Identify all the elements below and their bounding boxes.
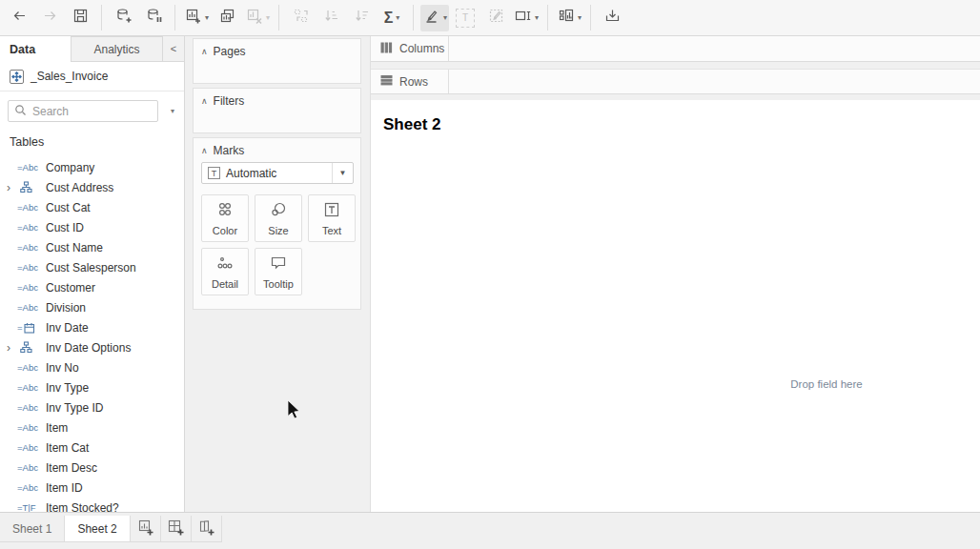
collapse-chevron-icon[interactable]: ∧ [201,96,208,106]
color-button[interactable]: Color [201,194,249,242]
fields-list: =Abc = Company = Cust Address =Abc = Cus… [0,157,183,512]
tab-analytics[interactable]: Analytics [71,36,163,62]
field-row[interactable]: =Abc = Cust Name [0,237,183,257]
field-name: Inv No [46,361,79,375]
size-label: Size [268,225,288,236]
field-name: Division [46,301,86,315]
mark-type-dropdown[interactable]: T Automatic ▼ [201,162,354,184]
tab-data[interactable]: Data [0,36,71,62]
tooltip-button[interactable]: Tooltip [255,248,302,295]
field-row[interactable]: =Abc = Inv Type ID [0,397,183,417]
field-type-text-icon: =Abc [17,242,46,253]
save-button[interactable] [66,5,94,31]
totals-button[interactable]: Σ▾ [378,5,406,31]
field-row[interactable]: =Abc = Item [0,417,183,437]
pause-auto-updates-icon [145,7,163,29]
field-row[interactable]: =Abc = Company [0,157,183,177]
text-button[interactable]: Text [308,194,356,242]
expander-icon[interactable] [7,342,17,354]
duplicate-icon [218,7,236,29]
sheet-title: Sheet 2 [383,115,440,134]
field-row[interactable]: = = Inv Date [0,317,183,337]
mark-type-caret-icon[interactable]: ▼ [332,163,353,183]
search-input-box[interactable] [8,100,158,122]
new-data-source-button[interactable] [109,5,137,31]
field-name: Cust Name [46,241,103,254]
search-input[interactable] [32,105,128,118]
field-name: Item Desc [46,461,97,475]
field-type-text-icon: =Abc [17,262,46,273]
rows-label: Rows [399,75,428,89]
field-row[interactable]: =Abc = Cust Salesperson [0,257,183,277]
field-row[interactable]: =Abc = Inv Type [0,377,183,397]
expander-icon[interactable] [7,182,17,193]
pages-shelf[interactable]: ∧Pages [193,38,361,84]
duplicate-button[interactable] [213,5,241,31]
field-name: Inv Date Options [46,341,131,355]
new-dashboard-tab-button[interactable] [161,516,192,541]
download-button[interactable] [598,5,626,31]
dropdown-caret-icon: ▾ [443,13,447,22]
rows-icon [380,74,393,89]
format-workbook-button[interactable] [481,5,510,31]
field-row[interactable]: =Abc = Cust Cat [0,197,183,217]
fit-button[interactable]: ▾ [512,5,541,31]
new-story-tab-button[interactable] [192,516,222,541]
tooltip-label: Tooltip [263,278,294,290]
field-row[interactable]: = Cust Address [0,177,183,197]
undo-button[interactable] [5,5,33,31]
field-name: Item Cat [46,441,89,455]
filters-label: Filters [214,94,245,108]
field-name: Inv Date [46,321,89,335]
clear-sheet-button[interactable]: ▾ [243,5,272,31]
field-row[interactable]: =Abc = Customer [0,277,183,297]
new-worksheet-tab-button[interactable] [131,516,161,541]
size-button[interactable]: Size [255,194,302,242]
collapse-chevron-icon[interactable]: ∧ [201,146,208,155]
tab-sheet-2[interactable]: Sheet 2 [65,516,130,541]
detail-label: Detail [212,278,238,290]
sheet-tabs: Sheet 1 Sheet 2 [0,516,222,542]
field-row[interactable]: =Abc = Inv No [0,357,183,377]
collapse-chevron-icon[interactable]: ∧ [201,47,208,56]
sort-descending-button[interactable] [347,5,376,31]
search-area: ▾ [8,100,176,122]
tooltip-icon [269,254,288,275]
columns-shelf[interactable]: Columns [371,36,980,62]
redo-button[interactable] [35,5,64,31]
show-me-button[interactable]: ▾ [555,5,583,31]
detail-icon [215,254,235,275]
field-name: Company [46,161,94,174]
datasource-name: _Sales_Invoice [31,70,108,83]
collapse-panel-button[interactable]: < [163,36,184,62]
field-name: Item [46,421,68,435]
datasource-row[interactable]: _Sales_Invoice [0,62,184,92]
tab-sheet-1[interactable]: Sheet 1 [0,516,65,541]
sort-ascending-icon [322,7,340,29]
show-mark-labels-button[interactable]: T [451,5,480,31]
sheet-area[interactable]: Sheet 2 Drop field here [371,100,980,512]
sort-ascending-button[interactable] [316,5,345,31]
rows-shelf[interactable]: Rows [371,69,980,94]
swap-rows-columns-button[interactable] [286,5,315,31]
field-row[interactable]: =Abc = Item ID [0,478,183,498]
format-pencil-icon [487,7,505,29]
mark-label-t-icon: T [456,9,475,28]
dropdown-caret-icon: ▾ [535,13,539,22]
pause-auto-updates-button[interactable] [139,5,168,31]
panel-tabs: Data Analytics < [0,36,184,62]
field-row[interactable]: =T|F = Item Stocked? [0,498,183,512]
field-row[interactable]: =Abc = Item Desc [0,458,183,478]
highlight-button[interactable]: ▾ [420,5,449,31]
new-worksheet-button[interactable]: ▾ [182,5,211,31]
filters-shelf[interactable]: ∧Filters [193,88,361,133]
field-row[interactable]: =Abc = Cust ID [0,217,183,237]
search-options-caret-icon[interactable]: ▾ [171,107,174,115]
datasource-icon [10,70,24,84]
field-row[interactable]: = Inv Date Options [0,337,183,357]
field-row[interactable]: =Abc = Division [0,297,183,317]
detail-button[interactable]: Detail [201,248,249,295]
field-row[interactable]: =Abc = Item Cat [0,437,183,458]
new-data-source-icon [114,7,133,29]
swap-rows-columns-icon [292,7,310,29]
